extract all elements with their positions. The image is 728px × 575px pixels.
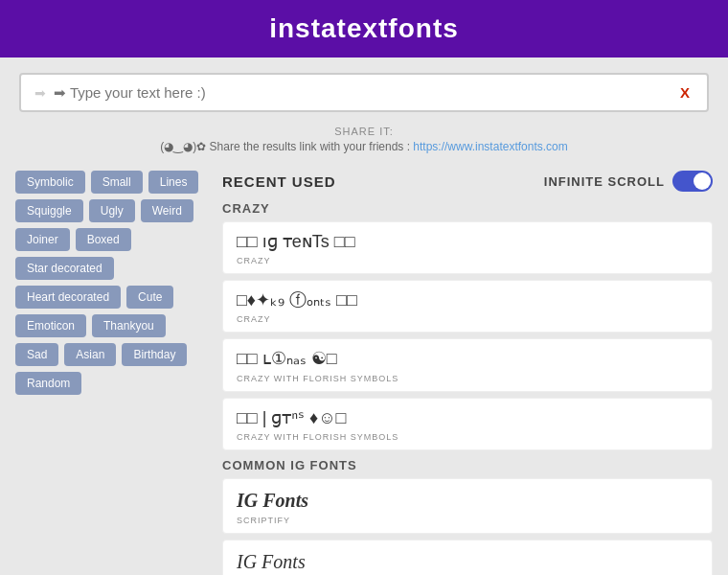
header: instatextfonts bbox=[0, 0, 728, 58]
main-layout: SymbolicSmallLinesSquiggleUglyWeirdJoine… bbox=[0, 155, 728, 575]
sidebar: SymbolicSmallLinesSquiggleUglyWeirdJoine… bbox=[15, 171, 207, 575]
section-header-row: RECENT USED INFINITE SCROLL bbox=[222, 171, 713, 192]
font-display: □□ ʟ①ₙₐₛ ☯□ bbox=[237, 347, 698, 371]
tag-btn-emoticon[interactable]: Emoticon bbox=[15, 314, 86, 337]
share-area: SHARE IT: (◕‿◕)✿ Share the results link … bbox=[0, 120, 728, 155]
font-display: IG Fonts bbox=[237, 487, 698, 514]
tag-btn-joiner[interactable]: Joiner bbox=[15, 228, 70, 251]
font-sublabel: CRAZY bbox=[237, 256, 698, 265]
recent-used-label: RECENT USED bbox=[222, 173, 336, 190]
category-label: CRAZY bbox=[222, 201, 713, 216]
tag-btn-random[interactable]: Random bbox=[15, 372, 81, 395]
content-area: RECENT USED INFINITE SCROLL CRAZY□□ ıɡ ᴛ… bbox=[222, 171, 713, 575]
tag-btn-squiggle[interactable]: Squiggle bbox=[15, 199, 83, 222]
tag-btn-small[interactable]: Small bbox=[91, 171, 143, 194]
infinite-scroll-toggle[interactable]: INFINITE SCROLL bbox=[544, 171, 713, 192]
tag-btn-ugly[interactable]: Ugly bbox=[89, 199, 135, 222]
font-display: □□ ıɡ ᴛeɴTs □□ bbox=[237, 230, 698, 254]
tag-btn-asian[interactable]: Asian bbox=[64, 343, 116, 366]
font-card[interactable]: IG FontsCURSIVE bbox=[222, 540, 713, 575]
tag-btn-cute[interactable]: Cute bbox=[126, 286, 173, 309]
font-card[interactable]: □□ ʟ①ₙₐₛ ☯□CRAZY WITH FLORISH SYMBOLS bbox=[222, 338, 713, 391]
tag-btn-weird[interactable]: Weird bbox=[141, 199, 193, 222]
font-card[interactable]: □□ | ɡᴛⁿˢ ♦☺□CRAZY WITH FLORISH SYMBOLS bbox=[222, 398, 713, 450]
toggle-switch[interactable] bbox=[672, 171, 713, 192]
search-box: ➡ X bbox=[19, 73, 709, 112]
category-label: COMMON IG FONTS bbox=[222, 458, 713, 472]
tag-btn-star-decorated[interactable]: Star decorated bbox=[15, 257, 114, 280]
arrow-icon: ➡ bbox=[34, 85, 46, 101]
font-sublabel: SCRIPTIFY bbox=[237, 516, 698, 525]
search-input[interactable] bbox=[54, 84, 676, 101]
font-card[interactable]: □♦✦ₖ₉ ⓕₒₙₜₛ □□CRAZY bbox=[222, 280, 713, 333]
font-display: IG Fonts bbox=[237, 548, 698, 575]
tag-btn-boxed[interactable]: Boxed bbox=[76, 228, 131, 251]
tag-btn-birthday[interactable]: Birthday bbox=[122, 343, 187, 366]
font-card[interactable]: IG FontsSCRIPTIFY bbox=[222, 478, 713, 534]
font-display: □♦✦ₖ₉ ⓕₒₙₜₛ □□ bbox=[237, 288, 698, 312]
sections-container: CRAZY□□ ıɡ ᴛeɴTs □□CRAZY□♦✦ₖ₉ ⓕₒₙₜₛ □□CR… bbox=[222, 201, 713, 575]
font-display: □□ | ɡᴛⁿˢ ♦☺□ bbox=[237, 406, 698, 430]
share-url[interactable]: https://www.instatextfonts.com bbox=[413, 140, 567, 153]
tag-btn-thankyou[interactable]: Thankyou bbox=[92, 314, 166, 337]
toggle-knob bbox=[694, 172, 711, 190]
clear-button[interactable]: X bbox=[676, 84, 694, 101]
share-text: (◕‿◕)✿ Share the results link with your … bbox=[160, 140, 410, 153]
tag-btn-heart-decorated[interactable]: Heart decorated bbox=[15, 286, 121, 309]
tag-btn-sad[interactable]: Sad bbox=[15, 343, 58, 366]
font-sublabel: CRAZY WITH FLORISH SYMBOLS bbox=[237, 432, 698, 442]
tag-btn-symbolic[interactable]: Symbolic bbox=[15, 171, 85, 194]
search-area: ➡ X bbox=[0, 58, 728, 120]
infinite-scroll-label: INFINITE SCROLL bbox=[544, 174, 665, 189]
font-sublabel: CRAZY bbox=[237, 314, 698, 324]
font-sublabel: CRAZY WITH FLORISH SYMBOLS bbox=[237, 374, 698, 383]
tag-grid: SymbolicSmallLinesSquiggleUglyWeirdJoine… bbox=[15, 171, 207, 395]
font-card[interactable]: □□ ıɡ ᴛeɴTs □□CRAZY bbox=[222, 221, 713, 274]
share-it-label: SHARE IT: bbox=[0, 126, 728, 137]
tag-btn-lines[interactable]: Lines bbox=[148, 171, 199, 194]
site-title: instatextfonts bbox=[269, 13, 459, 43]
